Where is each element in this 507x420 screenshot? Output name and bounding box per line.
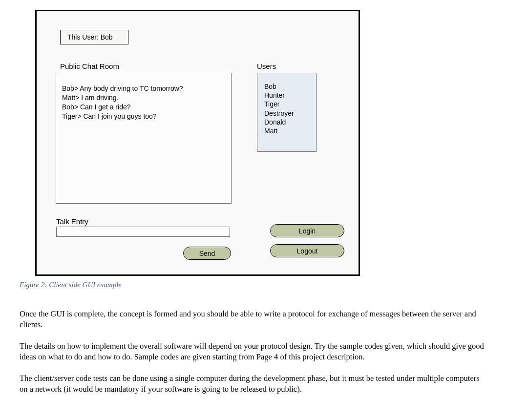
- chat-line: Bob> Can I get a ride?: [62, 103, 225, 112]
- talk-entry-label: Talk Entry: [56, 217, 88, 226]
- chat-line: Matt> I am driving.: [62, 93, 225, 103]
- document-body: Once the GUI is complete, the concept is…: [20, 309, 487, 395]
- figure-caption: Figure 2: Client side GUI example: [20, 281, 507, 289]
- paragraph: Once the GUI is complete, the concept is…: [20, 309, 487, 330]
- list-item[interactable]: Donald: [264, 118, 311, 126]
- list-item[interactable]: Hunter: [264, 91, 311, 100]
- current-user-label: This User: Bob: [67, 33, 113, 41]
- gui-window: This User: Bob Public Chat Room Users Bo…: [35, 10, 360, 276]
- paragraph: The details on how to implement the over…: [20, 341, 487, 362]
- send-button[interactable]: Send: [183, 247, 231, 260]
- list-item[interactable]: Destroyer: [264, 109, 311, 118]
- users-list-label: Users: [257, 62, 276, 70]
- chat-room-label: Public Chat Room: [60, 62, 119, 70]
- chat-line: Bob> Any body driving to TC tomorrow?: [62, 84, 225, 93]
- current-user-box: This User: Bob: [60, 30, 128, 44]
- chat-line: Tiger> Can I join you guys too?: [62, 112, 225, 121]
- logout-button[interactable]: Logout: [270, 244, 344, 257]
- paragraph: The client/server code tests can be done…: [20, 373, 487, 395]
- talk-entry-input[interactable]: [56, 227, 230, 237]
- chat-log[interactable]: Bob> Any body driving to TC tomorrow? Ma…: [56, 73, 232, 204]
- list-item[interactable]: Matt: [264, 126, 311, 135]
- list-item[interactable]: Bob: [264, 82, 311, 91]
- login-button[interactable]: Login: [270, 224, 344, 237]
- list-item[interactable]: Tiger: [264, 100, 311, 108]
- users-list[interactable]: Bob Hunter Tiger Destroyer Donald Matt: [257, 73, 317, 152]
